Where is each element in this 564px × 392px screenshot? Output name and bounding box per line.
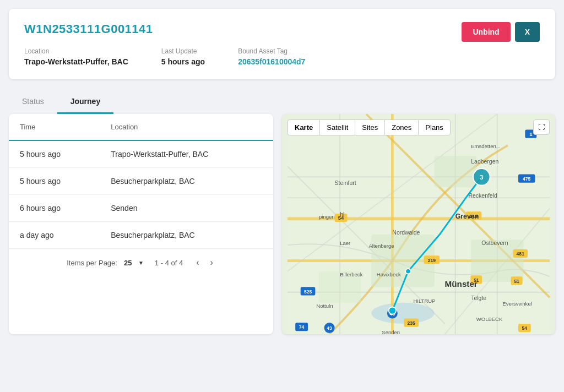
items-per-page-wrapper: 25 50 100 ▼ <box>124 259 144 267</box>
svg-text:475: 475 <box>523 176 531 182</box>
svg-text:Senden: Senden <box>382 329 400 334</box>
asset-id: W1N2533111G001141 <box>24 22 305 36</box>
table-row: a day agoBesucherparkplatz, BAC <box>9 222 273 249</box>
svg-text:Altenberge: Altenberge <box>369 243 394 249</box>
svg-text:Emsdetten...: Emsdetten... <box>471 143 500 149</box>
location-label: Location <box>24 47 128 55</box>
bound-tag-label: Bound Asset Tag <box>238 47 305 55</box>
meta-row: Location Trapo-Werkstatt-Puffer, BAC Las… <box>24 47 305 66</box>
svg-text:Billerbeck: Billerbeck <box>340 271 362 277</box>
svg-text:pingen: pingen <box>319 214 335 220</box>
header-actions: Unbind X <box>462 22 540 42</box>
close-button[interactable]: X <box>515 22 540 42</box>
svg-text:235: 235 <box>408 320 416 326</box>
map-fullscreen-button[interactable]: ⛶ <box>533 119 550 135</box>
svg-text:WOLBECK: WOLBECK <box>476 316 503 322</box>
map-svg: 1 475 54 219 219 481 51 <box>282 114 555 334</box>
items-per-page-select[interactable]: 25 50 100 <box>124 259 136 267</box>
svg-text:Eversvvinkel: Eversvvinkel <box>502 301 532 307</box>
map-toolbar: Karte Satellit Sites Zones Plans <box>288 119 451 135</box>
svg-text:Laer: Laer <box>340 240 351 246</box>
row-time: 5 hours ago <box>9 140 100 168</box>
table-row: 5 hours agoTrapo-Werkstatt-Puffer, BAC <box>9 140 273 168</box>
row-time: a day ago <box>9 222 100 249</box>
map-panel: 1 475 54 219 219 481 51 <box>282 114 555 334</box>
svg-point-67 <box>389 307 396 314</box>
svg-text:51: 51 <box>514 279 519 284</box>
page-info: 1 - 4 of 4 <box>155 259 183 267</box>
svg-text:43: 43 <box>327 325 332 331</box>
pagination-row: Items per Page: 25 50 100 ▼ 1 - 4 of 4 ‹… <box>9 249 273 276</box>
fullscreen-icon: ⛶ <box>538 123 545 131</box>
svg-point-68 <box>405 269 411 274</box>
row-time: 6 hours ago <box>9 195 100 222</box>
table-row: 5 hours agoBesucherparkplatz, BAC <box>9 168 273 195</box>
map-btn-sites[interactable]: Sites <box>355 119 384 135</box>
svg-text:Steinfurt: Steinfurt <box>335 180 356 186</box>
map-btn-satellit[interactable]: Satellit <box>319 119 355 135</box>
svg-text:Ostbevern: Ostbevern <box>481 240 508 246</box>
next-page-button[interactable]: › <box>208 257 215 269</box>
svg-point-1 <box>371 303 434 324</box>
bound-tag-info: Bound Asset Tag 20635f01610004d7 <box>238 47 305 66</box>
svg-text:1: 1 <box>529 131 533 137</box>
svg-text:Münster: Münster <box>445 279 478 288</box>
svg-text:HILTRUP: HILTRUP <box>413 298 435 304</box>
table-row: 6 hours agoSenden <box>9 195 273 222</box>
svg-text:Nordwalde: Nordwalde <box>392 230 420 236</box>
col-location: Location <box>100 114 273 140</box>
svg-text:Reckenfeld: Reckenfeld <box>468 193 497 199</box>
tab-status[interactable]: Status <box>9 90 57 114</box>
svg-text:74: 74 <box>299 324 305 330</box>
row-location: Senden <box>100 195 273 222</box>
row-location: Besucherparkplatz, BAC <box>100 168 273 195</box>
map-btn-karte[interactable]: Karte <box>288 119 319 135</box>
row-location: Trapo-Werkstatt-Puffer, BAC <box>100 140 273 168</box>
row-location: Besucherparkplatz, BAC <box>100 222 273 249</box>
location-value: Trapo-Werkstatt-Puffer, BAC <box>24 57 128 66</box>
svg-text:Telgte: Telgte <box>471 295 486 301</box>
dropdown-arrow-icon: ▼ <box>138 260 144 266</box>
svg-text:54: 54 <box>522 325 528 331</box>
tabs-bar: Status Journey <box>9 90 555 114</box>
items-per-page-label: Items per Page: <box>67 259 117 267</box>
svg-text:525: 525 <box>304 289 312 295</box>
svg-text:hl: hl <box>340 211 344 217</box>
journey-table: Time Location 5 hours agoTrapo-Werkstatt… <box>9 114 273 249</box>
map-btn-zones[interactable]: Zones <box>384 119 418 135</box>
svg-text:3: 3 <box>480 174 483 181</box>
bound-tag-value[interactable]: 20635f01610004d7 <box>238 57 305 66</box>
last-update-value: 5 hours ago <box>161 57 205 66</box>
content-area: Time Location 5 hours agoTrapo-Werkstatt… <box>9 114 555 334</box>
svg-text:219: 219 <box>428 258 436 263</box>
header-info: W1N2533111G001141 Location Trapo-Werksta… <box>24 22 305 66</box>
svg-text:481: 481 <box>517 251 525 257</box>
tab-journey[interactable]: Journey <box>57 90 113 114</box>
col-time: Time <box>9 114 100 140</box>
svg-rect-15 <box>435 156 476 187</box>
svg-text:Havixbeck: Havixbeck <box>377 271 401 277</box>
svg-text:Greven: Greven <box>455 213 479 220</box>
last-update-info: Last Update 5 hours ago <box>161 47 205 66</box>
map-btn-plans[interactable]: Plans <box>418 119 451 135</box>
unbind-button[interactable]: Unbind <box>462 22 510 42</box>
last-update-label: Last Update <box>161 47 205 55</box>
header-card: W1N2533111G001141 Location Trapo-Werksta… <box>9 9 555 79</box>
location-info: Location Trapo-Werkstatt-Puffer, BAC <box>24 47 128 66</box>
row-time: 5 hours ago <box>9 168 100 195</box>
svg-text:Ladbergen: Ladbergen <box>471 159 498 165</box>
table-panel: Time Location 5 hours agoTrapo-Werkstatt… <box>9 114 273 334</box>
prev-page-button[interactable]: ‹ <box>194 257 201 269</box>
svg-text:Nottuln: Nottuln <box>316 303 333 309</box>
